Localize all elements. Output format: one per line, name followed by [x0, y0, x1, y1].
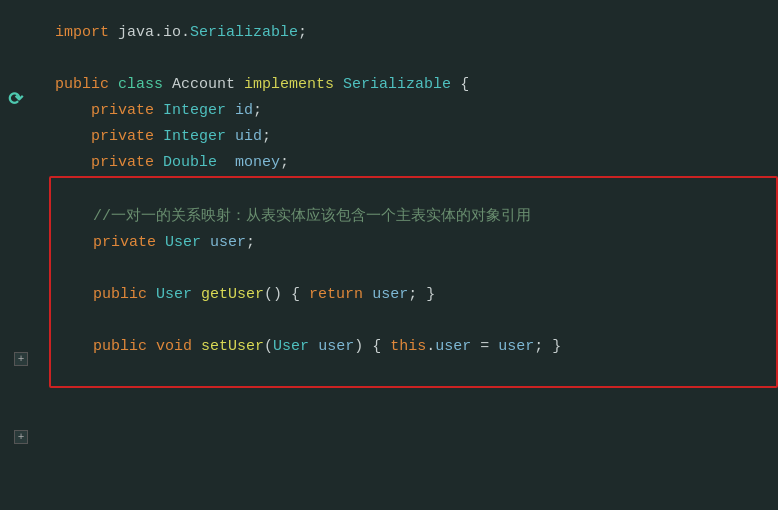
line-9: private User user ; [57, 230, 776, 256]
line-3: public class Account implements Serializ… [55, 72, 778, 98]
code-editor: ⟳ + + import java.io. Serializable ; pub… [0, 0, 778, 510]
fold-icon-1[interactable]: + [14, 352, 28, 366]
line-2 [55, 46, 778, 72]
code-area: import java.io. Serializable ; public cl… [45, 20, 778, 388]
line-6: private Double money ; [55, 150, 778, 176]
line-5: private Integer uid ; [55, 124, 778, 150]
highlighted-region: //一对一的关系映射：从表实体应该包含一个主表实体的对象引用 private U… [49, 176, 778, 388]
fold-icon-2[interactable]: + [14, 430, 28, 444]
line-12 [57, 308, 776, 334]
type-serializable: Serializable [190, 20, 298, 46]
line-10 [57, 256, 776, 282]
line-7 [57, 178, 776, 204]
line-11: public User getUser () { return user ; } [57, 282, 776, 308]
line-8: //一对一的关系映射：从表实体应该包含一个主表实体的对象引用 [57, 204, 776, 230]
line-13: public void setUser ( User user ) { this… [57, 334, 776, 360]
line-1: import java.io. Serializable ; [55, 20, 778, 46]
line-4: private Integer id ; [55, 98, 778, 124]
line-14 [57, 360, 776, 386]
keyword-import: import [55, 20, 109, 46]
gutter-icon: ⟳ [8, 88, 23, 110]
